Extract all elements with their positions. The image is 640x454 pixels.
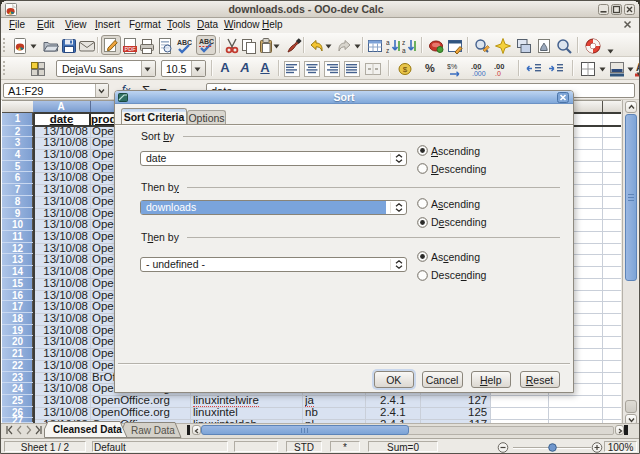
svg-text:$%: $%	[447, 63, 457, 70]
svg-text:.000: .000	[472, 70, 486, 77]
svg-text:a: a	[386, 39, 390, 46]
svg-text:PDF: PDF	[125, 46, 137, 52]
svg-text:Cleansed Data: Cleansed Data	[53, 424, 122, 435]
svg-text:a: a	[402, 47, 406, 54]
svg-text:z: z	[386, 47, 389, 54]
svg-text:z: z	[402, 39, 405, 46]
svg-text:$: $	[403, 65, 408, 74]
svg-text:ABC: ABC	[199, 38, 214, 45]
svg-text:ABC: ABC	[177, 39, 192, 46]
svg-text:.0: .0	[495, 70, 501, 77]
svg-text:Raw Data: Raw Data	[131, 425, 175, 436]
